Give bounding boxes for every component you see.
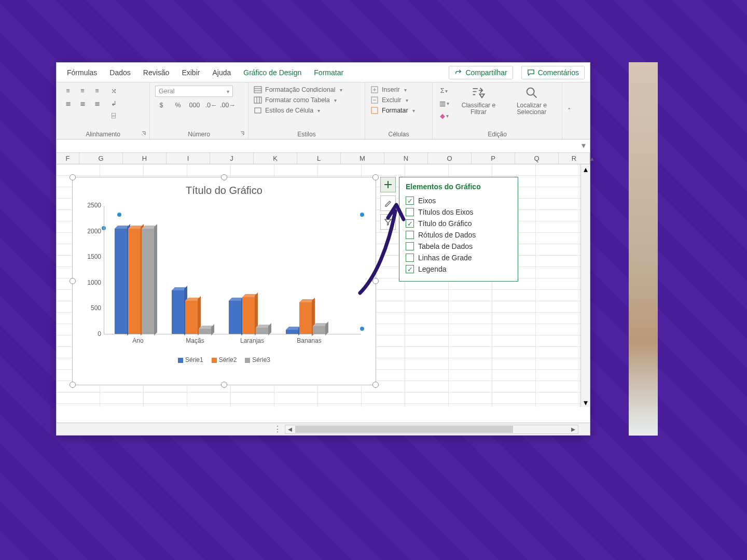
checkbox-icon[interactable] — [406, 254, 414, 262]
chart-element-option[interactable]: Títulos dos Eixos — [406, 206, 511, 218]
chart-bar[interactable] — [242, 297, 255, 334]
conditional-formatting-button[interactable]: Formatação Condicional▾ — [254, 86, 342, 94]
chart-bar-group[interactable]: Laranjas — [229, 297, 275, 334]
find-select-icon[interactable] — [524, 86, 539, 100]
wrap-text-icon[interactable]: ↲ — [107, 98, 120, 108]
resize-handle-icon[interactable] — [221, 382, 227, 388]
orientation-icon[interactable]: ⤭ — [107, 86, 120, 96]
tab-format[interactable]: Formatar — [309, 66, 349, 79]
tab-ajuda[interactable]: Ajuda — [207, 66, 236, 79]
chart-bar[interactable] — [286, 330, 298, 334]
chart-bar[interactable] — [115, 229, 127, 334]
chart-bar-group[interactable]: Ano — [115, 229, 161, 334]
checkbox-icon[interactable] — [406, 231, 414, 239]
chart-bar[interactable] — [185, 301, 198, 334]
col-header-N[interactable]: N — [384, 153, 428, 164]
tab-formulas[interactable]: Fórmulas — [62, 66, 102, 79]
checkbox-icon[interactable]: ✓ — [406, 265, 414, 273]
align-center-icon[interactable]: ≣ — [76, 98, 89, 108]
scroll-right-button[interactable]: ▸ — [569, 425, 578, 433]
col-header-H[interactable]: H — [123, 153, 167, 164]
col-header-F[interactable]: F — [57, 153, 79, 164]
number-dialog-launcher[interactable] — [240, 131, 246, 137]
col-header-Q[interactable]: Q — [515, 153, 559, 164]
chart-elements-button[interactable] — [380, 177, 396, 192]
autosum-icon[interactable]: Σ▾ — [438, 86, 450, 96]
chart-bar-group[interactable]: Maçãs — [172, 290, 218, 334]
scroll-up-button[interactable]: ▴ — [590, 153, 594, 164]
align-left-icon[interactable]: ≣ — [62, 98, 74, 108]
chart-element-option[interactable]: Linhas de Grade — [406, 252, 511, 263]
format-as-table-button[interactable]: Formatar como Tabela▾ — [254, 96, 342, 104]
col-header-J[interactable]: J — [210, 153, 254, 164]
share-button[interactable]: Compartilhar — [449, 66, 513, 79]
chart-bar[interactable] — [313, 326, 325, 334]
collapse-ribbon-button[interactable]: ˄ — [562, 82, 576, 139]
resize-handle-icon[interactable] — [372, 382, 379, 388]
align-bottom-icon[interactable]: ≡ — [91, 86, 103, 96]
chart-bar[interactable] — [128, 229, 141, 334]
insert-cells-button[interactable]: Inserir▾ — [370, 86, 415, 94]
chart-bar[interactable] — [256, 328, 268, 334]
chart-element-option[interactable]: Tabela de Dados — [406, 241, 511, 252]
col-header-P[interactable]: P — [472, 153, 515, 164]
checkbox-icon[interactable] — [406, 242, 414, 250]
decrease-decimal-icon[interactable]: .00→ — [222, 100, 234, 110]
increase-decimal-icon[interactable]: .0← — [205, 100, 217, 110]
chart-plot-area[interactable]: 05001000150020002500AnoMaçãsLaranjasBana… — [104, 206, 361, 334]
chart-bar[interactable] — [199, 329, 211, 334]
col-header-G[interactable]: G — [79, 153, 123, 164]
chart-element-option[interactable]: ✓Legenda — [406, 263, 511, 275]
tab-revisao[interactable]: Revisão — [138, 66, 175, 79]
chart-legend[interactable]: Série1Série2Série3 — [73, 356, 376, 363]
chart-bar[interactable] — [142, 229, 154, 334]
chart-bar[interactable] — [229, 301, 241, 334]
tab-dados[interactable]: Dados — [104, 66, 135, 79]
sort-filter-icon[interactable] — [471, 86, 486, 100]
percent-format-icon[interactable]: % — [172, 100, 184, 110]
merge-icon[interactable]: ⌸ — [107, 110, 120, 121]
chart-element-option[interactable]: Rótulos de Dados — [406, 229, 511, 241]
resize-handle-icon[interactable] — [221, 174, 227, 180]
col-header-K[interactable]: K — [254, 153, 297, 164]
worksheet-grid[interactable]: Título do Gráfico 05001000150020002500An… — [57, 164, 590, 407]
chart-bar-group[interactable]: Bananas — [286, 302, 333, 334]
format-cells-button[interactable]: Formatar▾ — [370, 106, 415, 115]
col-header-R[interactable]: R — [559, 153, 590, 164]
align-top-icon[interactable]: ≡ — [62, 86, 74, 96]
legend-item[interactable]: Série3 — [245, 356, 270, 363]
resize-handle-icon[interactable] — [372, 278, 379, 284]
tab-chart-design[interactable]: Gráfico de Design — [238, 66, 307, 79]
col-header-L[interactable]: L — [297, 153, 341, 164]
cell-styles-button[interactable]: Estilos de Célula▾ — [254, 106, 342, 115]
vertical-scrollbar[interactable]: ▴ ▾ — [580, 164, 590, 407]
align-right-icon[interactable]: ≣ — [91, 98, 103, 108]
legend-item[interactable]: Série1 — [178, 356, 203, 363]
resize-handle-icon[interactable] — [70, 174, 76, 180]
chart-filters-button[interactable] — [380, 214, 396, 230]
comma-format-icon[interactable]: 000 — [188, 100, 201, 110]
resize-handle-icon[interactable] — [372, 174, 379, 180]
chart-styles-button[interactable] — [380, 195, 396, 211]
checkbox-icon[interactable]: ✓ — [406, 197, 414, 205]
tab-exibir[interactable]: Exibir — [176, 66, 205, 79]
fill-icon[interactable]: ▥▾ — [438, 98, 450, 108]
accounting-format-icon[interactable]: $ — [155, 100, 168, 110]
sheet-tabs-area[interactable]: ⋮ — [57, 424, 285, 434]
resize-handle-icon[interactable] — [70, 382, 76, 388]
horizontal-scrollbar[interactable]: ◂ ▸ — [285, 425, 578, 434]
chart-bar[interactable] — [172, 290, 184, 334]
col-header-I[interactable]: I — [167, 153, 210, 164]
formula-bar[interactable]: ▾ — [57, 139, 590, 153]
legend-item[interactable]: Série2 — [212, 356, 237, 363]
checkbox-icon[interactable] — [406, 208, 414, 216]
chart-bar[interactable] — [299, 302, 312, 334]
resize-handle-icon[interactable] — [70, 278, 76, 284]
clear-icon[interactable]: ◆▾ — [438, 110, 450, 121]
checkbox-icon[interactable]: ✓ — [406, 219, 414, 228]
scroll-left-button[interactable]: ◂ — [285, 425, 295, 433]
col-header-O[interactable]: O — [428, 153, 472, 164]
delete-cells-button[interactable]: Excluir▾ — [370, 96, 415, 104]
alignment-dialog-launcher[interactable] — [141, 131, 147, 137]
comments-button[interactable]: Comentários — [521, 66, 585, 79]
